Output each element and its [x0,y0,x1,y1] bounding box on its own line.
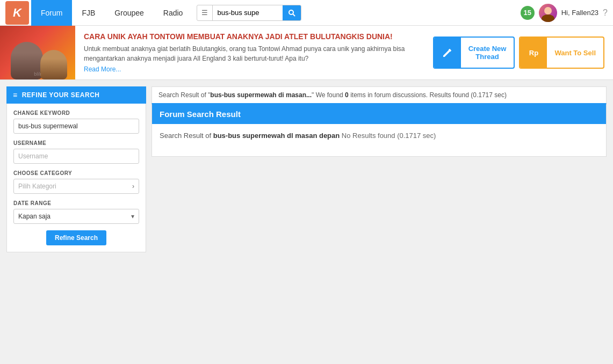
notification-badge[interactable]: 15 [521,6,535,20]
nav-forum[interactable]: Forum [31,0,72,26]
nav-radio[interactable]: Radio [154,0,193,26]
svg-point-3 [542,14,554,22]
main-content: ≡ REFINE YOUR SEARCH CHANGE KEYWORD USER… [0,80,613,259]
search-input[interactable] [213,9,283,17]
date-arrow-icon: ▾ [131,213,134,220]
refine-sidebar: ≡ REFINE YOUR SEARCH CHANGE KEYWORD USER… [6,86,146,252]
list-icon: ≡ [13,91,18,99]
svg-line-1 [293,14,295,16]
svg-point-2 [544,7,552,14]
keyword-label: CHANGE KEYWORD [13,110,139,116]
search-bar: ☰ [197,5,301,21]
username-input[interactable] [13,149,139,164]
result-area: Search Result of "bus-bus supermewah di … [152,86,607,252]
refine-header: ≡ REFINE YOUR SEARCH [6,86,146,104]
nav-groupee[interactable]: Groupee [105,0,153,26]
search-button[interactable] [283,5,301,20]
banner-read-more[interactable]: Read More... [84,65,121,73]
category-label: CHOOSE CATEGORY [13,170,139,176]
banner-actions: Create NewThread Rp Want To Sell [424,26,613,79]
create-thread-icon [434,37,461,69]
create-thread-label: Create NewThread [461,45,514,61]
help-icon[interactable]: ? [603,8,608,18]
refine-body: CHANGE KEYWORD USERNAME CHOOSE CATEGORY … [6,104,146,252]
result-query: bus-bus supermewah dl masan depan [213,132,340,140]
category-arrow-icon: › [132,183,134,190]
username-label: USERNAME [13,140,139,146]
banner-image: blilı [0,26,75,79]
nav-fjb[interactable]: FJB [72,0,105,26]
result-box: Forum Search Result Search Result of bus… [152,104,607,157]
navbar: K Forum FJB Groupee Radio ☰ 15 Hi, Falle… [0,0,613,26]
create-thread-button[interactable]: Create NewThread [433,37,515,69]
logo[interactable]: K [5,1,29,25]
breadcrumb-end: items in forum discussions. Results foun… [349,91,507,99]
result-suffix: No Results found (0.1717 sec) [340,132,436,140]
breadcrumb-query: bus-bus supermewah di masan... [210,91,312,99]
keyword-input[interactable] [13,119,139,134]
banner-logo-overlay: blilı [0,71,75,77]
banner: blilı CARA UNIK AYAH TONTOWI MEMBUAT ANA… [0,26,613,80]
want-to-sell-label: Want To Sell [547,49,603,57]
refine-search-button[interactable]: Refine Search [46,230,106,245]
user-greeting: Hi, Fallen23 [561,9,598,17]
result-content: Search Result of bus-bus supermewah dl m… [152,124,606,156]
want-to-sell-button[interactable]: Rp Want To Sell [519,37,604,69]
date-value: Kapan saja [18,213,131,220]
nav-right: 15 Hi, Fallen23 ? [521,4,608,22]
avatar[interactable] [539,4,557,22]
result-label: Search Result of [160,132,213,140]
breadcrumb-mid: " We found [312,91,345,99]
result-title: Forum Search Result [152,104,606,124]
category-value: Pilih Kategori [18,183,132,190]
banner-title: CARA UNIK AYAH TONTOWI MEMBUAT ANAKNYA J… [84,32,416,41]
category-select[interactable]: Pilih Kategori › [13,179,139,194]
refine-header-label: REFINE YOUR SEARCH [22,91,100,99]
search-list-icon[interactable]: ☰ [197,5,213,20]
date-label: DATE RANGE [13,200,139,206]
date-select[interactable]: Kapan saja ▾ [13,209,139,224]
banner-content: CARA UNIK AYAH TONTOWI MEMBUAT ANAKNYA J… [75,26,424,79]
want-to-sell-icon: Rp [520,37,547,69]
breadcrumb-count: 0 [345,91,349,99]
search-breadcrumb: Search Result of "bus-bus supermewah di … [152,86,607,104]
banner-text: Untuk membuat anaknya giat berlatih Bulu… [84,44,416,63]
logo-text: K [13,6,21,20]
svg-point-0 [289,10,293,14]
breadcrumb-prefix: Search Result of " [158,91,210,99]
